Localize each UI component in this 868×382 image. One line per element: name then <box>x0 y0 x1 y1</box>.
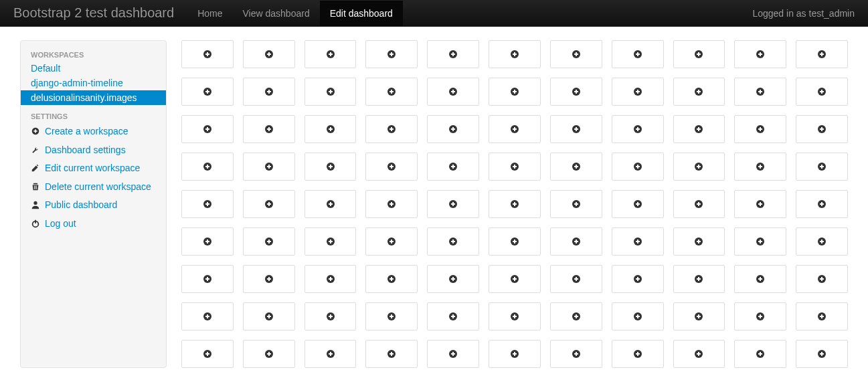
add-widget-cell[interactable] <box>365 40 418 68</box>
add-widget-cell[interactable] <box>796 302 848 330</box>
add-widget-cell[interactable] <box>305 190 357 218</box>
add-widget-cell[interactable] <box>181 340 234 368</box>
logout-link[interactable]: Log out <box>45 217 76 231</box>
add-widget-cell[interactable] <box>427 302 479 330</box>
add-widget-cell[interactable] <box>673 340 725 368</box>
add-widget-cell[interactable] <box>365 227 418 256</box>
add-widget-cell[interactable] <box>243 340 295 368</box>
add-widget-cell[interactable] <box>243 78 295 106</box>
add-widget-cell[interactable] <box>181 115 234 143</box>
add-widget-cell[interactable] <box>489 153 541 181</box>
nav-link-home[interactable]: Home <box>187 1 232 26</box>
add-widget-cell[interactable] <box>734 340 786 368</box>
add-widget-cell[interactable] <box>550 78 602 106</box>
add-widget-cell[interactable] <box>673 78 725 106</box>
add-widget-cell[interactable] <box>673 153 725 181</box>
add-widget-cell[interactable] <box>181 40 234 68</box>
add-widget-cell[interactable] <box>243 265 295 293</box>
add-widget-cell[interactable] <box>181 78 234 106</box>
add-widget-cell[interactable] <box>305 153 357 181</box>
add-widget-cell[interactable] <box>305 302 357 330</box>
add-widget-cell[interactable] <box>550 115 602 143</box>
add-widget-cell[interactable] <box>612 302 664 330</box>
add-widget-cell[interactable] <box>550 153 602 181</box>
delete-workspace-link[interactable]: Delete current workspace <box>45 181 151 194</box>
add-widget-cell[interactable] <box>734 227 786 256</box>
add-widget-cell[interactable] <box>612 190 664 218</box>
workspace-link[interactable]: delusionalinsanity.images <box>21 90 166 105</box>
add-widget-cell[interactable] <box>489 227 541 256</box>
add-widget-cell[interactable] <box>673 115 725 143</box>
add-widget-cell[interactable] <box>243 227 295 256</box>
dashboard-settings-link[interactable]: Dashboard settings <box>45 144 126 157</box>
add-widget-cell[interactable] <box>427 115 479 143</box>
nav-link-edit[interactable]: Edit dashboard <box>320 1 403 26</box>
add-widget-cell[interactable] <box>427 190 479 218</box>
add-widget-cell[interactable] <box>550 340 602 368</box>
add-widget-cell[interactable] <box>796 265 848 293</box>
add-widget-cell[interactable] <box>734 265 786 293</box>
add-widget-cell[interactable] <box>181 227 234 256</box>
add-widget-cell[interactable] <box>427 78 479 106</box>
add-widget-cell[interactable] <box>181 190 234 218</box>
add-widget-cell[interactable] <box>673 227 725 256</box>
add-widget-cell[interactable] <box>796 153 848 181</box>
public-dashboard-link[interactable]: Public dashboard <box>45 199 117 212</box>
nav-link-view[interactable]: View dashboard <box>233 1 320 26</box>
add-widget-cell[interactable] <box>181 153 234 181</box>
add-widget-cell[interactable] <box>427 265 479 293</box>
add-widget-cell[interactable] <box>305 265 357 293</box>
edit-workspace-link[interactable]: Edit current workspace <box>45 162 140 175</box>
add-widget-cell[interactable] <box>305 115 357 143</box>
add-widget-cell[interactable] <box>365 190 418 218</box>
add-widget-cell[interactable] <box>243 40 295 68</box>
add-widget-cell[interactable] <box>612 227 664 256</box>
add-widget-cell[interactable] <box>550 190 602 218</box>
add-widget-cell[interactable] <box>365 340 418 368</box>
add-widget-cell[interactable] <box>305 40 357 68</box>
add-widget-cell[interactable] <box>489 115 541 143</box>
add-widget-cell[interactable] <box>489 78 541 106</box>
add-widget-cell[interactable] <box>550 265 602 293</box>
add-widget-cell[interactable] <box>427 40 479 68</box>
add-widget-cell[interactable] <box>612 153 664 181</box>
add-widget-cell[interactable] <box>796 227 848 256</box>
add-widget-cell[interactable] <box>550 227 602 256</box>
add-widget-cell[interactable] <box>734 78 786 106</box>
add-widget-cell[interactable] <box>489 302 541 330</box>
add-widget-cell[interactable] <box>243 190 295 218</box>
add-widget-cell[interactable] <box>796 340 848 368</box>
add-widget-cell[interactable] <box>305 340 357 368</box>
add-widget-cell[interactable] <box>673 265 725 293</box>
add-widget-cell[interactable] <box>612 78 664 106</box>
add-widget-cell[interactable] <box>796 40 848 68</box>
create-workspace-link[interactable]: Create a workspace <box>45 125 128 138</box>
add-widget-cell[interactable] <box>365 153 418 181</box>
add-widget-cell[interactable] <box>612 265 664 293</box>
add-widget-cell[interactable] <box>734 190 786 218</box>
add-widget-cell[interactable] <box>243 302 295 330</box>
add-widget-cell[interactable] <box>427 340 479 368</box>
add-widget-cell[interactable] <box>796 115 848 143</box>
add-widget-cell[interactable] <box>181 265 234 293</box>
add-widget-cell[interactable] <box>243 115 295 143</box>
add-widget-cell[interactable] <box>365 115 418 143</box>
add-widget-cell[interactable] <box>365 265 418 293</box>
add-widget-cell[interactable] <box>673 302 725 330</box>
add-widget-cell[interactable] <box>489 40 541 68</box>
add-widget-cell[interactable] <box>489 265 541 293</box>
add-widget-cell[interactable] <box>305 78 357 106</box>
add-widget-cell[interactable] <box>673 40 725 68</box>
add-widget-cell[interactable] <box>612 340 664 368</box>
add-widget-cell[interactable] <box>181 302 234 330</box>
add-widget-cell[interactable] <box>489 340 541 368</box>
add-widget-cell[interactable] <box>550 40 602 68</box>
add-widget-cell[interactable] <box>365 78 418 106</box>
add-widget-cell[interactable] <box>796 190 848 218</box>
add-widget-cell[interactable] <box>734 302 786 330</box>
add-widget-cell[interactable] <box>673 190 725 218</box>
add-widget-cell[interactable] <box>489 190 541 218</box>
add-widget-cell[interactable] <box>734 153 786 181</box>
add-widget-cell[interactable] <box>427 153 479 181</box>
add-widget-cell[interactable] <box>243 153 295 181</box>
